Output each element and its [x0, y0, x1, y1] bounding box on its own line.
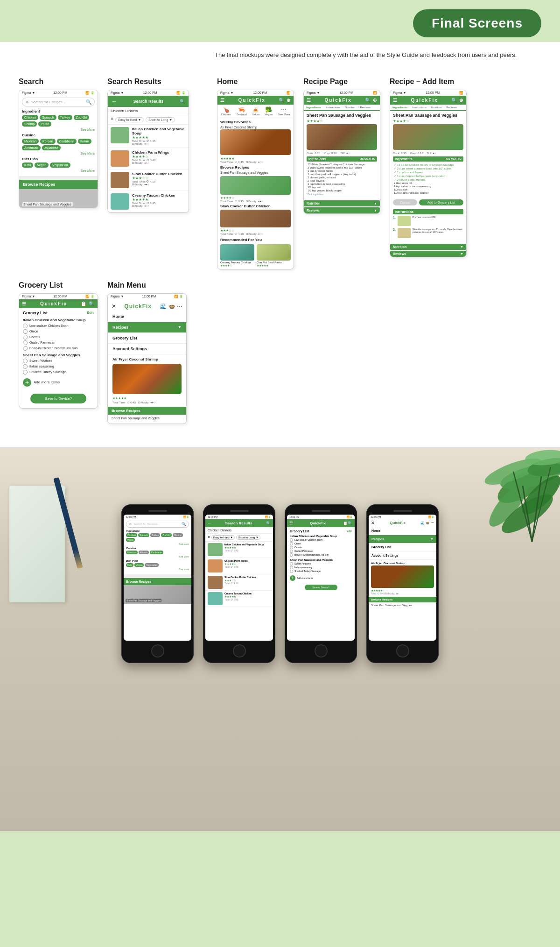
home-button-1[interactable]: [151, 644, 164, 657]
small-sort2-btn[interactable]: Short to Long ▼: [236, 535, 260, 540]
cancel-button[interactable]: Cancel: [393, 199, 417, 205]
home-button-4[interactable]: [396, 644, 409, 657]
grocery-item-6[interactable]: Sweet Potatoes: [23, 359, 94, 363]
checkbox-6[interactable]: [23, 359, 28, 363]
nav-more[interactable]: ⋯See More: [278, 106, 290, 116]
small-g-item-2[interactable]: Onion: [290, 542, 352, 545]
tag-vegan[interactable]: Vegan: [35, 163, 49, 168]
small-recipe-3[interactable]: Slow Cooker Butter Chicken ★★★☆☆ Total: …: [205, 574, 273, 591]
browse-recipe-item[interactable]: Sheet Pan Sausage and Veggies: [108, 415, 186, 422]
tag-korean[interactable]: Korean: [40, 139, 56, 144]
menu-icon-recipe[interactable]: ☰: [307, 98, 311, 103]
add-ing-c4[interactable]: ✓ 1 cup chopped bell peppers (any color): [393, 174, 463, 177]
add-ing-c2[interactable]: ✓ 2 cups sweet potatoes diced into 1/2" …: [393, 167, 463, 170]
difficulty-filter[interactable]: Easy to Hard ▼: [115, 117, 144, 122]
checkbox-2[interactable]: [23, 329, 28, 334]
small-zucchini-tag[interactable]: ZucNiki: [161, 533, 172, 537]
small-sort-btn[interactable]: Easy to Hard ▼: [211, 535, 235, 540]
small-see-more-diet[interactable]: See More: [126, 568, 189, 571]
small-g-item-5[interactable]: Bone-in Chicken Breasts, no skin: [290, 553, 352, 557]
menu-icon-grocery[interactable]: ☰: [22, 301, 27, 306]
add-ing-u1[interactable]: 2 tbsp olive oil: [393, 182, 463, 184]
checkbox-3[interactable]: [23, 335, 28, 339]
recipe-item-4[interactable]: Creamy Tuscan Chicken ★★★★★ Total Time: …: [108, 191, 189, 212]
small-add-icon[interactable]: +: [290, 575, 295, 581]
see-more-ingredient[interactable]: See More: [22, 128, 95, 131]
grocery-item-7[interactable]: Italian seasoning: [23, 364, 94, 369]
small-close-icon[interactable]: ✕: [371, 521, 375, 525]
menu-grocery[interactable]: Grocery List: [108, 333, 186, 344]
save-device-button[interactable]: Save to Device?: [30, 394, 86, 403]
search-icon[interactable]: 🔍: [86, 99, 91, 105]
tag-zucchini[interactable]: ZucNiki: [74, 115, 89, 120]
small-g-item-3[interactable]: Carrots: [290, 546, 352, 549]
unit-toggle[interactable]: US METRIC: [360, 157, 375, 160]
small-menu-3[interactable]: ☰: [289, 521, 293, 525]
add-more-row[interactable]: + Add more items: [23, 378, 94, 387]
small-recipe-2[interactable]: Chicken Parm Wings ★★★★☆ Total: ⏱ 0:40: [205, 558, 273, 574]
add-nutrition-bar[interactable]: Nutrition ▼: [390, 244, 466, 250]
tab-ingredients[interactable]: Ingredients: [304, 105, 323, 111]
small-g-item-1[interactable]: Low-sodium Chicken Broth: [290, 538, 352, 542]
small-search-icon[interactable]: 🔍: [182, 522, 186, 526]
search-clear-icon[interactable]: ✕: [25, 99, 29, 105]
home-button-2[interactable]: [233, 644, 246, 657]
rec-item-2[interactable]: One Pot Basil Pasta ★★★★★: [257, 244, 291, 267]
small-x-icon[interactable]: ✕: [129, 522, 132, 526]
small-search-input[interactable]: ✕ Search for Recipes... 🔍: [126, 521, 189, 528]
add-ing-c3[interactable]: ✓ 1 cup broccoli florets: [393, 170, 463, 174]
small-turkey-tag[interactable]: Turkey: [150, 533, 160, 537]
recipe-item-3[interactable]: Slow Cooker Butter Chicken ★★★☆☆ Total T…: [108, 170, 189, 191]
nutrition-bar[interactable]: Nutrition ▼: [304, 200, 380, 206]
tag-japanese[interactable]: Japanese: [42, 145, 61, 150]
tag-italian[interactable]: Italian: [78, 139, 91, 144]
recipe-item-2[interactable]: Chicken Parm Wings ★★★★☆ Total Time: ⏱ 0…: [108, 148, 189, 170]
add-ing-u2[interactable]: 1 tsp Italian or taco seasoning: [393, 185, 463, 188]
menu-home[interactable]: Home: [108, 311, 186, 322]
sort-filter[interactable]: Short to Long ▼: [146, 117, 175, 122]
small-see-more-cui[interactable]: See More: [126, 555, 189, 558]
see-more-cuisine[interactable]: See More: [22, 152, 95, 155]
small-filter-icon[interactable]: ⚙: [208, 535, 210, 540]
checkbox-4[interactable]: [23, 340, 28, 345]
grocery-item-3[interactable]: Carrots: [23, 335, 94, 339]
tag-american[interactable]: American: [22, 145, 41, 150]
filter-icon[interactable]: ⚙: [111, 117, 113, 122]
small-save-btn[interactable]: Save to Device?: [305, 585, 337, 590]
tag-keto[interactable]: Keto: [22, 163, 33, 168]
small-menu-home[interactable]: Home: [369, 527, 436, 535]
recipe-item-1[interactable]: Italian Chicken and Vegetable Soup ★★★★★…: [108, 125, 189, 148]
menu-recipes[interactable]: Recipes ▼: [108, 322, 186, 333]
tab-reviews[interactable]: Reviews: [357, 105, 373, 111]
tag-caribbean[interactable]: Caribbean: [57, 139, 77, 144]
small-g-item-6[interactable]: Sweet Potatoes: [290, 562, 352, 565]
small-shrimp-tag[interactable]: Shrimp: [173, 533, 183, 537]
search-input[interactable]: Search for Recipes...: [31, 100, 86, 104]
tag-chicken[interactable]: Chicken: [22, 115, 38, 120]
menu-icon-home[interactable]: ☰: [220, 98, 225, 103]
small-pasta-tag[interactable]: Pasta: [126, 538, 135, 542]
small-recipe-4[interactable]: Creamy Tuscan Chicken ★★★★★ Total: ⏱ 0:4…: [205, 591, 273, 607]
add-grocery-button[interactable]: Add to Grocery List: [419, 199, 463, 205]
home-button-3[interactable]: [315, 644, 328, 657]
small-menu-grocery[interactable]: Grocery List: [369, 543, 436, 551]
nav-vegan[interactable]: 🥦Vegan: [265, 106, 273, 116]
checkbox-5[interactable]: [23, 346, 28, 351]
small-see-more-ing[interactable]: See More: [126, 543, 189, 545]
grocery-edit[interactable]: Edit: [87, 311, 94, 315]
tag-shrimp[interactable]: Shrimp: [22, 121, 37, 127]
grocery-item-1[interactable]: Low-sodium Chicken Broth: [23, 324, 94, 328]
small-recipe-1[interactable]: Italian Chicken and Vegetable Soup ★★★★★…: [205, 542, 273, 558]
tab-nutrition[interactable]: Nutrition: [343, 105, 357, 111]
small-g-item-4[interactable]: Grated Parmesan: [290, 550, 352, 553]
tag-vegetarian[interactable]: Vegetarian: [50, 163, 70, 168]
reviews-bar[interactable]: Reviews ▼: [304, 207, 380, 213]
small-back-arrow[interactable]: ←: [208, 521, 211, 525]
tag-pasta[interactable]: Pasta: [38, 121, 51, 127]
add-tab-nutrition[interactable]: Nutrition: [429, 105, 444, 111]
checkbox-8[interactable]: [23, 370, 28, 375]
add-unit-toggle[interactable]: US METRIC: [446, 157, 462, 160]
see-more-diet[interactable]: See More: [22, 169, 95, 172]
small-menu-account[interactable]: Account Settings: [369, 551, 436, 560]
small-g-item-8[interactable]: Smoked Turkey Sausage: [290, 570, 352, 573]
